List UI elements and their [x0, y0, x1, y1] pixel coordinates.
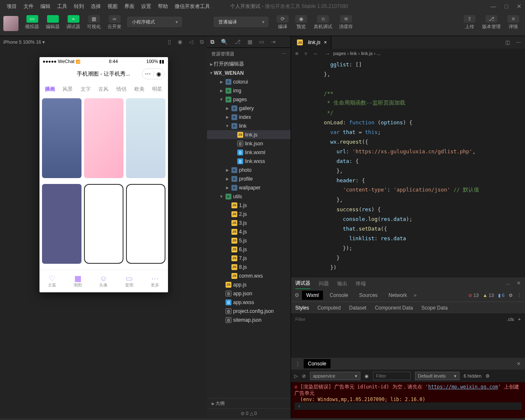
file-utils[interactable]: ▼▸utils [207, 192, 291, 201]
nav-潮图[interactable]: ▦潮图 [74, 275, 82, 288]
menu-视图[interactable]: 视图 [104, 3, 121, 10]
menu-工具[interactable]: 工具 [54, 3, 71, 10]
files-icon[interactable]: ⧉ [210, 39, 214, 45]
computed-tab[interactable]: Computed [318, 305, 341, 311]
close-icon[interactable]: × [324, 39, 327, 45]
back-icon[interactable]: ← [313, 50, 319, 57]
file-7.js[interactable]: JS7.js [207, 254, 291, 262]
file-6.js[interactable]: JS6.js [207, 245, 291, 254]
levels-select[interactable]: Default levels▾ [415, 372, 459, 380]
file-2.js[interactable]: JS2.js [207, 210, 291, 218]
chevron-up-icon[interactable]: ︿ [506, 280, 511, 287]
cat-tab-0[interactable]: 插画 [45, 86, 55, 93]
file-3.js[interactable]: JS3.js [207, 218, 291, 227]
file-4.js[interactable]: JS4.js [207, 227, 291, 236]
ctx-icon[interactable]: ▷ [294, 373, 298, 379]
file-link.json[interactable]: {}link.json [207, 139, 291, 148]
file-app.js[interactable]: JSapp.js [207, 280, 291, 289]
cat-tab-2[interactable]: 文字 [81, 86, 91, 93]
menu-转到[interactable]: 转到 [71, 3, 87, 10]
tab-terminal[interactable]: 终端 [356, 280, 366, 287]
file-index[interactable]: ▶▸index [207, 113, 291, 121]
file-link.wxss[interactable]: {}link.wxss [207, 157, 291, 165]
cat-tab-1[interactable]: 风景 [63, 86, 73, 93]
devtools-wxml[interactable]: Wxml [302, 291, 323, 300]
mute-icon[interactable]: ◁ [189, 39, 193, 45]
styles-tab[interactable]: Styles [295, 305, 309, 311]
tool-模拟器[interactable]: ▭模拟器 [23, 14, 42, 31]
file-pages[interactable]: ▼▸pages [207, 95, 291, 104]
tab-output[interactable]: 输出 [337, 280, 347, 287]
wallpaper-grid[interactable] [39, 96, 168, 270]
file-sitemap.json[interactable]: {}sitemap.json [207, 315, 291, 324]
eye-icon[interactable]: ◉ [365, 373, 369, 379]
code-editor[interactable]: gglist: [] }, /** * 生命周期函数--监听页面加载 */ on… [291, 58, 525, 278]
inspect-icon[interactable]: ⯐ [294, 292, 299, 298]
tool-编译[interactable]: ⟳编译 [274, 14, 291, 31]
close-icon[interactable]: ✕ [517, 280, 521, 287]
file-link.js[interactable]: JSlink.js [207, 130, 291, 139]
file-colorui[interactable]: ▶▸colorui [207, 77, 291, 86]
tab-problems[interactable]: 问题 [319, 280, 329, 287]
cat-tab-3[interactable]: 古风 [98, 86, 108, 93]
menu-文件[interactable]: 文件 [20, 3, 37, 10]
menu-帮助[interactable]: 帮助 [155, 3, 171, 10]
file-photo[interactable]: ▶▸photo [207, 165, 291, 174]
nav-更多[interactable]: ⋯更多 [151, 275, 159, 288]
compile-select[interactable]: 普通编译▾ [214, 17, 268, 27]
file-project.config.json[interactable]: {}project.config.json [207, 307, 291, 315]
tool-清缓存[interactable]: ≋清缓存 [336, 14, 355, 31]
tool-真机调试[interactable]: ⎋真机调试 [311, 14, 335, 31]
file-1.js[interactable]: JS1.js [207, 201, 291, 210]
cat-tab-4[interactable]: 情侣 [116, 86, 126, 93]
file-comm.wxs[interactable]: JScomm.wxs [207, 271, 291, 280]
devtools-network[interactable]: Network [384, 291, 411, 300]
menu-微信开发者工具[interactable]: 微信开发者工具 [171, 3, 213, 10]
menu-项目[interactable]: 项目 [3, 3, 20, 10]
context-select[interactable]: appservice▾ [310, 372, 360, 380]
minimize-button[interactable]: — [491, 3, 496, 10]
copy-icon[interactable]: ⧉ [200, 39, 204, 45]
problems-count[interactable]: ⊘ 0 △ 0 [207, 408, 291, 418]
console-title[interactable]: Console [304, 359, 331, 368]
add-icon[interactable]: + [518, 317, 521, 322]
split-icon[interactable]: ◫ [505, 39, 510, 45]
file-wallpaper[interactable]: ▶▸wallpaper [207, 183, 291, 192]
compdata-tab[interactable]: Component Data [375, 305, 413, 311]
tool-详情[interactable]: ≡详情 [505, 14, 522, 31]
tool-上传[interactable]: ⇪上传 [461, 14, 478, 31]
tool-云开发[interactable]: ∞云开发 [105, 14, 124, 31]
tool-可视化[interactable]: ▦可视化 [84, 14, 103, 31]
menu-icon[interactable]: ⋮ [517, 293, 522, 298]
devtools-console[interactable]: Console [326, 291, 352, 300]
mode-select[interactable]: 小程序模式▾ [127, 17, 182, 27]
editor-tab-link-js[interactable]: JSlink.js× [291, 36, 331, 49]
dataset-tab[interactable]: Dataset [349, 305, 366, 311]
avatar[interactable] [3, 16, 18, 31]
file-8.js[interactable]: JS8.js [207, 262, 291, 271]
file-app.wxss[interactable]: {}app.wxss [207, 298, 291, 307]
file-link.wxml[interactable]: {}link.wxml [207, 148, 291, 157]
record-icon[interactable]: ◉ [178, 39, 182, 45]
menu-编辑[interactable]: 编辑 [37, 3, 54, 10]
close-icon[interactable]: ✕ [517, 361, 521, 367]
tool-版本管理[interactable]: ⎇版本管理 [480, 14, 503, 31]
file-gallery[interactable]: ▶▸gallery [207, 104, 291, 113]
search-icon[interactable]: 🔍 [221, 39, 228, 45]
link-icon[interactable]: ⇥ [271, 39, 276, 45]
styles-filter[interactable]: Filter [295, 317, 305, 322]
expand-icon[interactable]: ⋮ [295, 361, 300, 367]
nav-文案[interactable]: ♡文案 [48, 275, 56, 288]
tool-调试器[interactable]: ⌁调试器 [64, 14, 83, 31]
device-icon[interactable]: ▯ [168, 39, 171, 45]
forward-icon[interactable]: → [325, 50, 330, 57]
capsule[interactable]: ⋯◉ [142, 68, 165, 79]
file-app.json[interactable]: {}app.json [207, 289, 291, 298]
opened-editors[interactable]: ▶打开的编辑器 [207, 60, 291, 68]
outline-label[interactable]: 大纲 [215, 400, 225, 407]
nav-套图[interactable]: ▭套图 [125, 275, 134, 288]
close-button[interactable]: ✕ [517, 3, 522, 10]
tool-预览[interactable]: ◉预览 [293, 14, 310, 31]
gear-icon[interactable]: ⚙ [509, 293, 513, 298]
cat-tab-6[interactable]: 明星 [152, 86, 162, 93]
